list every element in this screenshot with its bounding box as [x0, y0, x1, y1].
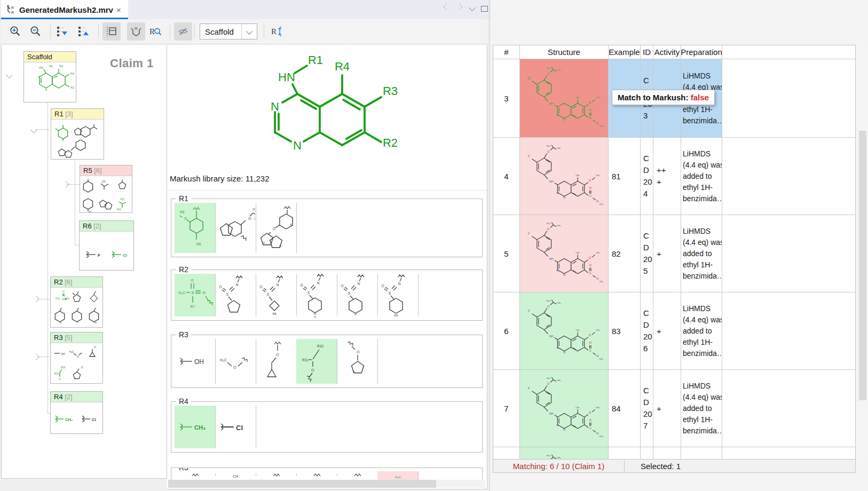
row-num[interactable]: 5	[493, 215, 520, 292]
row-example[interactable]: 81	[609, 138, 641, 215]
row-preparation[interactable]: LiHMDS (4.4 eq) was added to ethyl 1H-be…	[681, 138, 722, 215]
r5-option-1[interactable]	[175, 473, 216, 476]
collapse-all-button[interactable]	[75, 22, 93, 41]
row-preparation[interactable]: LiHMDS (4.4 eq) was added to ethyl 1H-be…	[681, 447, 722, 459]
row-preparation[interactable]: LiHMDS (4.4 eq) was added to ethyl 1H-be…	[681, 370, 722, 447]
r4-option-2[interactable]: Cl	[215, 406, 256, 448]
row-activity[interactable]: ++ +	[653, 138, 681, 215]
r3-option-4[interactable]: R10 R11 O	[296, 339, 337, 384]
r-group-display-toggle-button[interactable]: R	[127, 22, 145, 41]
row-id[interactable]: C D 20 6	[641, 292, 653, 370]
r2-option-6[interactable]: R9	[377, 274, 419, 316]
r3-option-3[interactable]: O	[256, 339, 297, 384]
col-header-structure[interactable]: Structure	[520, 45, 609, 59]
row-structure-cell[interactable]: F	[520, 215, 609, 292]
view-mode-select[interactable]: Scaffold	[200, 23, 257, 39]
r-group-query-search-button[interactable]: R	[146, 22, 164, 41]
row-activity[interactable]	[653, 447, 681, 459]
r5-option-2[interactable]: CH	[215, 473, 256, 476]
row-example[interactable]: 84	[609, 370, 641, 447]
tree-node-r4[interactable]: R4 [2] CH₃ Cl	[50, 391, 103, 434]
row-num[interactable]: 3	[493, 59, 520, 138]
canvas-hscrollbar-track[interactable]	[168, 480, 485, 488]
table-row[interactable]: 7 F 84 C D 20 7 + LiHMDS (4.4 eq) was ad…	[493, 370, 856, 447]
r3-option-1[interactable]: OH	[175, 339, 216, 384]
canvas-hscrollbar-thumb[interactable]	[168, 480, 436, 488]
table-row[interactable]: LiHMDS (4.4 eq) was added to ethyl 1H-be…	[493, 447, 856, 459]
table-row[interactable]: 4 F 81 C D 20 4 ++ + LiHMDS (4.4 eq) was…	[493, 138, 856, 215]
tree-node-scaffold[interactable]: Scaffold HN R1 R4 R3 R2 N N	[23, 51, 76, 102]
r4-option-1[interactable]: CH₃	[175, 406, 216, 448]
row-example[interactable]	[609, 447, 641, 459]
r1-option-3[interactable]: N O OO	[256, 203, 297, 253]
r5-option-6[interactable]: H₃C	[377, 471, 419, 480]
r2-option-5[interactable]: O	[337, 274, 378, 316]
r2-option-4[interactable]: NH	[296, 274, 337, 316]
tree-expander-r2[interactable]	[33, 296, 40, 303]
r5-option-3[interactable]	[256, 473, 297, 476]
nav-back-icon[interactable]	[444, 4, 449, 9]
row-num[interactable]: 4	[493, 138, 520, 215]
row-activity[interactable]: +	[653, 215, 681, 292]
row-preparation[interactable]: LiHMDS (4.4 eq) was added to ethyl 1H-be…	[681, 292, 722, 370]
document-tab[interactable]: R R GeneratedMarkush2.mrv ×	[1, 0, 128, 19]
row-example[interactable]: 83	[609, 292, 641, 370]
col-header-id[interactable]: ID	[641, 45, 653, 59]
col-header-example[interactable]: Example	[609, 45, 641, 59]
zoom-in-button[interactable]	[6, 22, 25, 41]
tree-node-r6[interactable]: R6 [2] F Cl	[79, 220, 134, 271]
tree-expander-scaffold[interactable]	[6, 72, 13, 78]
r5-option-4[interactable]	[296, 473, 337, 476]
table-vscrollbar-track[interactable]	[858, 45, 867, 459]
r5-option-5[interactable]	[337, 473, 378, 476]
document-tab-close-icon[interactable]: ×	[116, 5, 121, 14]
svg-text:H: H	[314, 315, 316, 318]
pane-divider[interactable]	[489, 0, 490, 491]
row-activity[interactable]: +	[653, 370, 681, 447]
maximize-icon[interactable]	[481, 6, 488, 12]
row-id[interactable]	[641, 447, 653, 459]
row-id[interactable]: C D 20 4	[641, 138, 653, 215]
markush-canvas-panel[interactable]: N N HN R1 R4 R3 R2 Markush library size:…	[167, 45, 487, 489]
visibility-toggle-button[interactable]	[174, 22, 192, 41]
table-vscrollbar-thumb[interactable]	[859, 131, 866, 400]
r1-option-1[interactable]: O R5 R6	[175, 203, 216, 253]
col-header-num[interactable]: #	[493, 45, 520, 59]
row-preparation[interactable]: LiHMDS (4.4 eq) was added to ethyl 1H-be…	[681, 215, 722, 292]
tree-expander-r1[interactable]	[30, 126, 37, 133]
row-num[interactable]: 7	[493, 370, 520, 447]
table-row[interactable]: 6 F 83 C D 20 6 + LiHMDS (4.4 eq) was ad…	[493, 292, 856, 370]
row-structure-cell[interactable]: F	[520, 370, 609, 447]
nav-forward-icon[interactable]	[457, 4, 462, 9]
r3-option-5[interactable]: O O	[337, 339, 378, 384]
col-header-activity[interactable]: Activity	[653, 45, 681, 59]
tree-node-r5[interactable]: R5 [6] CH OH H₃CR11	[80, 165, 132, 213]
tree-expander-r5[interactable]	[62, 181, 69, 188]
row-structure-cell[interactable]	[520, 447, 609, 459]
r2-option-3[interactable]: R8	[256, 274, 297, 316]
row-num[interactable]	[493, 447, 520, 459]
tree-expander-r3[interactable]	[33, 353, 40, 360]
tab-list-dropdown-icon[interactable]	[470, 5, 475, 10]
r2-option-1[interactable]: O H₃C S N R7	[175, 274, 216, 316]
row-structure-cell[interactable]: F	[520, 292, 609, 370]
tree-node-r3[interactable]: R3 [5] OH H₃CO O R10 R11O OO	[50, 332, 103, 384]
table-row[interactable]: 5 F 82 C D 20 5 + LiHMDS (4.4 eq) was ad…	[493, 215, 856, 292]
row-num[interactable]: 6	[493, 292, 520, 370]
overview-panel-toggle-button[interactable]	[102, 22, 121, 41]
row-structure-cell[interactable]: Cl	[520, 59, 609, 138]
r2-option-2[interactable]	[215, 274, 256, 316]
tree-node-r1[interactable]: R1 [3]	[51, 108, 104, 160]
r-group-attachment-button[interactable]: R	[268, 22, 286, 41]
col-header-preparation[interactable]: Preparation	[681, 45, 722, 59]
row-activity[interactable]: +	[653, 292, 681, 370]
tree-node-r2[interactable]: R2 [6] H₃CSN O N O R9	[50, 276, 103, 328]
r1-option-2[interactable]: O CH₃CH₃	[215, 203, 256, 253]
row-id[interactable]: C D 20 7	[641, 370, 653, 447]
row-example[interactable]: 82	[609, 215, 641, 292]
expand-all-button[interactable]	[53, 22, 72, 41]
row-id[interactable]: C D 20 5	[641, 215, 653, 292]
zoom-out-button[interactable]	[27, 22, 45, 41]
row-structure-cell[interactable]: F	[520, 138, 609, 215]
r3-option-2[interactable]: H₃C O	[215, 339, 256, 384]
